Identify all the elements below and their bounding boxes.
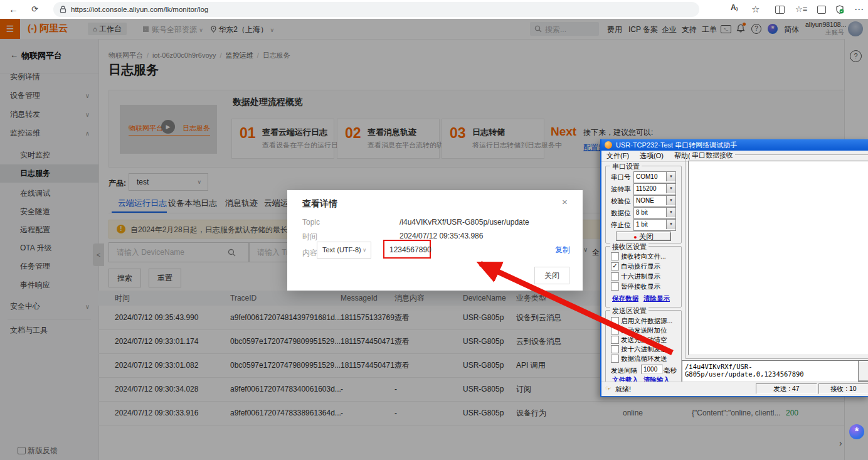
dropdown-arrow-icon: ▼ [666, 184, 675, 193]
pointing-hand-icon: ☞ [605, 385, 611, 393]
time-value: 2024/07/12 09:35:43.986 [400, 232, 483, 240]
send-button[interactable] [858, 360, 868, 382]
data-receive-group: 串口数据接收 [685, 154, 868, 359]
serial-close-button[interactable]: ● 关闭 [616, 232, 671, 241]
topic-label: Topic [302, 218, 320, 227]
shield-check-icon[interactable] [835, 5, 844, 14]
view-detail-modal: 查看详情 × Topic /i4u4VIKvRXf/USR-G805p/user… [287, 190, 583, 291]
receive-group-label: 接收区设置 [610, 242, 648, 252]
assistant-ball-icon[interactable]: * [849, 424, 864, 439]
encoding-value: Text (UTF-8) [322, 246, 361, 254]
receive-data-area[interactable] [688, 161, 868, 355]
browser-refresh-icon[interactable]: ⟳ [31, 0, 38, 19]
split-screen-icon[interactable] [775, 6, 785, 14]
dropdown-arrow-icon: ▼ [666, 220, 675, 229]
menu-file[interactable]: 文件(F) [606, 152, 629, 159]
checkbox-file-datasource[interactable] [611, 317, 619, 325]
serial-group-label: 串口设置 [610, 162, 642, 171]
checkbox-hex-display[interactable] [611, 272, 619, 281]
chevron-down-icon: ∨ [363, 242, 366, 258]
content-label: 内容 [302, 248, 317, 259]
read-aloud-icon[interactable]: A) [731, 3, 738, 12]
checkbox-recv-to-file[interactable] [611, 252, 619, 260]
interval-label: 发送间隔 [611, 366, 637, 375]
usr-tcp232-window: USR-TCP232-Test 串口转网络调试助手 文件(F) 选项(O) 帮助… [600, 139, 868, 397]
modal-close-button[interactable]: 关闭 [534, 267, 569, 284]
time-label: 时间 [302, 232, 317, 242]
dropdown-arrow-icon: ▼ [666, 208, 675, 217]
stop-bits-select[interactable]: 1 bit▼ [633, 219, 676, 231]
collections-icon[interactable]: ☆≡ [795, 0, 807, 19]
serial-status-indicator: ● [633, 234, 637, 240]
lock-icon [60, 6, 66, 13]
favorite-star-icon[interactable]: ☆ [751, 0, 760, 19]
browser-chrome: ← ⟳ https://iot.console.aliyun.com/lk/mo… [0, 0, 868, 19]
app-icon [605, 141, 612, 149]
content-value-box-highlighted[interactable]: 1234567890 [383, 240, 431, 259]
sent-counter: 发送 : 47 [756, 383, 817, 394]
data-group-label: 串口数据接收 [690, 151, 735, 160]
recv-counter: 接收 : 10 [818, 383, 868, 394]
collections-add-icon[interactable] [817, 6, 826, 14]
browser-url: https://iot.console.aliyun.com/lk/monito… [71, 2, 208, 17]
encoding-select[interactable]: Text (UTF-8) ∨ [317, 242, 371, 259]
topic-value: /i4u4VIKvRXf/USR-G805p/user/update [400, 218, 529, 227]
clear-display-link[interactable]: 清除显示 [643, 294, 670, 303]
checkbox-auto-linefeed[interactable]: ✓ [611, 262, 619, 270]
parity-select[interactable]: NONE▼ [633, 195, 676, 207]
serial-settings-group: 串口设置 串口号 COM10▼ 波特率 115200▼ 校验位 NONE▼ 数据… [605, 166, 682, 243]
window-title: USR-TCP232-Test 串口转网络调试助手 [616, 139, 737, 151]
data-bits-select[interactable]: 8 bit▼ [633, 207, 676, 219]
content-value: 1234567890 [389, 245, 431, 254]
interval-unit: 毫秒 [664, 366, 677, 375]
checkbox-clear-after-send[interactable] [611, 336, 619, 344]
send-group-label: 发送区设置 [610, 306, 648, 316]
com-port-select[interactable]: COM10▼ [633, 171, 676, 183]
dropdown-arrow-icon: ▼ [666, 172, 675, 181]
checkbox-loop-send[interactable] [611, 355, 619, 363]
close-icon[interactable]: × [562, 196, 568, 207]
browser-address-bar[interactable]: https://iot.console.aliyun.com/lk/monito… [53, 2, 699, 17]
baud-rate-select[interactable]: 115200▼ [633, 183, 676, 195]
dropdown-arrow-icon: ▼ [666, 196, 675, 205]
browser-back-icon[interactable]: ← [9, 0, 18, 19]
copy-link[interactable]: 复制 [555, 245, 570, 255]
status-ready: 就绪! [615, 385, 631, 394]
window-titlebar[interactable]: USR-TCP232-Test 串口转网络调试助手 [601, 139, 868, 151]
checkbox-send-as-hex[interactable] [611, 345, 619, 353]
checkbox-pause-recv[interactable] [611, 282, 619, 291]
status-bar: ☞ 就绪! 发送 : 47 接收 : 10 [601, 382, 868, 396]
menu-options[interactable]: 选项(O) [640, 152, 664, 159]
save-data-link[interactable]: 保存数据 [612, 294, 638, 303]
checkbox-auto-send-suffix[interactable] [611, 326, 619, 334]
interval-input[interactable]: 1000 [641, 365, 663, 374]
send-settings-group: 发送区设置 启用文件数据源... 自动发送附加位 发送完自动清空 按十六进制发送… [605, 310, 682, 384]
browser-more-icon[interactable]: ⋯ [854, 0, 864, 19]
receive-settings-group: 接收区设置 接收转向文件... ✓ 自动换行显示 十六进制显示 暂停接收显示 保… [605, 246, 682, 308]
modal-title: 查看详情 [302, 198, 337, 210]
